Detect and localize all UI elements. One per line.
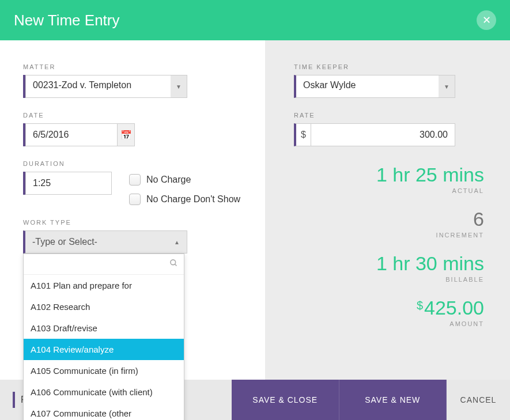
modal-body: MATTER 00231-Zod v. Templeton ▼ DATE 📅 D… [0, 40, 510, 380]
svg-line-1 [175, 264, 176, 266]
rate-input[interactable] [311, 123, 455, 146]
search-icon [169, 259, 178, 270]
form-left-panel: MATTER 00231-Zod v. Templeton ▼ DATE 📅 D… [0, 40, 265, 380]
actual-value: 1 hr 25 mins [294, 164, 484, 186]
calendar-button[interactable]: 📅 [118, 123, 135, 146]
billable-label: BILLABLE [294, 276, 484, 283]
timekeeper-label: TIME KEEPER [294, 63, 484, 70]
increment-label: INCREMENT [294, 232, 484, 239]
save-new-label: SAVE & NEW [365, 395, 420, 404]
checkbox-icon [129, 194, 141, 205]
duration-label: DURATION [23, 160, 242, 167]
accent-bar [13, 392, 15, 408]
summary-amount: $425.00 AMOUNT [294, 297, 484, 327]
work-type-option[interactable]: A105 Communicate (in firm) [24, 360, 184, 381]
summary-increment: 6 INCREMENT [294, 208, 484, 239]
duration-checkboxes: No Charge No Charge Don't Show [129, 172, 240, 205]
cancel-label: CANCEL [460, 395, 497, 404]
cancel-button[interactable]: CANCEL [447, 380, 510, 420]
work-type-option[interactable]: A101 Plan and prepare for [24, 275, 184, 296]
matter-label: MATTER [23, 63, 242, 70]
work-type-option[interactable]: A104 Review/analyze [24, 339, 184, 360]
summary-right-panel: TIME KEEPER Oskar Wylde ▼ RATE $ 1 hr 25… [265, 40, 510, 380]
work-type-dropdown: A101 Plan and prepare forA102 ResearchA1… [23, 253, 184, 420]
date-input[interactable] [25, 123, 118, 146]
chevron-down-icon[interactable]: ▼ [171, 75, 187, 97]
no-charge-dont-show-label: No Charge Don't Show [146, 194, 240, 205]
work-type-field-group: WORK TYPE -Type or Select- ▲ A101 Plan a… [23, 219, 242, 253]
summary-billable: 1 hr 30 mins BILLABLE [294, 252, 484, 283]
checkbox-icon [129, 174, 141, 186]
save-close-label: SAVE & CLOSE [252, 395, 318, 404]
matter-value: 00231-Zod v. Templeton [25, 75, 187, 98]
increment-value: 6 [294, 208, 484, 230]
calendar-icon: 📅 [120, 130, 132, 141]
work-type-label: WORK TYPE [23, 219, 242, 226]
timekeeper-select[interactable]: Oskar Wylde ▼ [294, 75, 455, 98]
work-type-option[interactable]: A103 Draft/revise [24, 317, 184, 339]
rate-field-group: RATE $ [294, 112, 484, 146]
duration-field-group: DURATION No Charge No Charge Don't Show [23, 160, 242, 205]
save-and-close-button[interactable]: SAVE & CLOSE [232, 380, 339, 420]
timekeeper-field-group: TIME KEEPER Oskar Wylde ▼ [294, 63, 484, 98]
modal-header: New Time Entry ✕ [0, 0, 510, 40]
amount-currency: $ [417, 299, 423, 312]
matter-field-group: MATTER 00231-Zod v. Templeton ▼ [23, 63, 242, 98]
no-charge-dont-show-checkbox[interactable]: No Charge Don't Show [129, 194, 240, 205]
work-type-option[interactable]: A102 Research [24, 296, 184, 317]
save-and-new-button[interactable]: SAVE & NEW [339, 380, 447, 420]
chevron-down-icon[interactable]: ▼ [439, 75, 455, 97]
rate-label: RATE [294, 112, 484, 119]
close-button[interactable]: ✕ [477, 10, 496, 30]
svg-point-0 [171, 260, 176, 265]
date-field-group: DATE 📅 [23, 112, 242, 146]
amount-number: 425.00 [424, 297, 484, 319]
duration-input[interactable] [25, 172, 112, 195]
work-type-placeholder: -Type or Select- [32, 237, 97, 247]
work-type-option[interactable]: A107 Communicate (other [24, 403, 184, 420]
no-charge-checkbox[interactable]: No Charge [129, 174, 240, 186]
matter-select[interactable]: 00231-Zod v. Templeton ▼ [23, 75, 187, 98]
chevron-up-icon: ▲ [174, 239, 180, 245]
currency-symbol: $ [294, 123, 311, 146]
summary-actual: 1 hr 25 mins ACTUAL [294, 164, 484, 194]
timekeeper-value: Oskar Wylde [294, 75, 455, 98]
no-charge-label: No Charge [146, 175, 191, 185]
modal-title: New Time Entry [14, 12, 120, 29]
time-summary: 1 hr 25 mins ACTUAL 6 INCREMENT 1 hr 30 … [294, 164, 484, 327]
amount-value: $425.00 [294, 297, 484, 319]
billable-value: 1 hr 30 mins [294, 252, 484, 275]
date-label: DATE [23, 112, 242, 119]
close-icon: ✕ [482, 15, 491, 25]
actual-label: ACTUAL [294, 187, 484, 194]
work-type-option[interactable]: A106 Communicate (with client) [24, 381, 184, 403]
dropdown-list[interactable]: A101 Plan and prepare forA102 ResearchA1… [24, 275, 184, 420]
amount-label: AMOUNT [294, 320, 484, 327]
work-type-combobox[interactable]: -Type or Select- ▲ [23, 230, 187, 253]
dropdown-search[interactable] [24, 254, 184, 275]
